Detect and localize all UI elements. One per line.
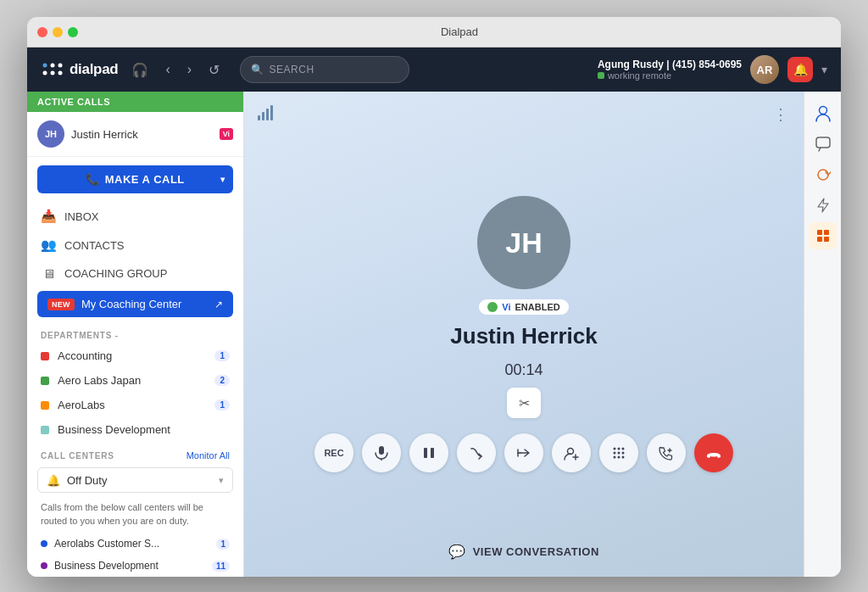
dept-count: 2 bbox=[214, 375, 230, 386]
duty-chevron-icon: ▾ bbox=[219, 475, 224, 486]
svg-point-5 bbox=[58, 71, 63, 75]
mute-button[interactable] bbox=[362, 433, 401, 472]
svg-point-19 bbox=[614, 448, 616, 450]
dept-name: AeroLabs bbox=[58, 399, 206, 411]
svg-point-23 bbox=[618, 452, 620, 455]
logo-text: dialpad bbox=[70, 61, 118, 78]
call-timer: 00:14 bbox=[504, 361, 542, 379]
cc-count: 1 bbox=[216, 539, 230, 550]
svg-point-22 bbox=[614, 452, 616, 455]
dropdown-arrow: ▾ bbox=[220, 175, 225, 184]
mute-control bbox=[362, 433, 401, 472]
end-call-button[interactable] bbox=[694, 433, 733, 472]
search-bar[interactable]: 🔍 SEARCH bbox=[240, 56, 409, 83]
hold-control bbox=[409, 433, 448, 472]
sidebar-item-coaching-center[interactable]: NEW My Coaching Center ↗ bbox=[37, 291, 233, 317]
close-dot[interactable] bbox=[37, 27, 47, 37]
view-conversation-button[interactable]: 💬 VIEW CONVERSATION bbox=[448, 544, 599, 560]
forward-button[interactable] bbox=[504, 433, 543, 472]
svg-rect-34 bbox=[817, 237, 822, 242]
topnav: dialpad 🎧 ‹ › ↺ 🔍 SEARCH Agung Rusdy | (… bbox=[27, 47, 841, 92]
make-call-button[interactable]: 📞 MAKE A CALL ▾ bbox=[37, 165, 233, 193]
monitor-all-link[interactable]: Monitor All bbox=[186, 450, 230, 461]
forward-control bbox=[504, 433, 543, 472]
svg-rect-10 bbox=[379, 446, 384, 455]
sidebar: Active Calls JH Justin Herrick Vi 📞 MAKE… bbox=[27, 92, 244, 577]
add-call-control bbox=[647, 433, 686, 472]
notification-button[interactable]: 🔔 bbox=[787, 57, 813, 82]
app-container: dialpad 🎧 ‹ › ↺ 🔍 SEARCH Agung Rusdy | (… bbox=[27, 47, 841, 577]
more-options-button[interactable]: ⋮ bbox=[773, 105, 790, 124]
vi-label: Vi bbox=[502, 302, 510, 312]
back-button[interactable]: ‹ bbox=[162, 59, 173, 81]
maximize-dot[interactable] bbox=[68, 27, 78, 37]
dept-name: Aero Labs Japan bbox=[58, 374, 206, 387]
sidebar-item-inbox[interactable]: 📥 INBOX bbox=[27, 202, 243, 231]
scissors-button[interactable]: ✂ bbox=[507, 388, 541, 418]
sidebar-item-coaching-group[interactable]: 🖥 COACHING GROUP bbox=[27, 260, 243, 288]
svg-rect-7 bbox=[262, 112, 264, 120]
caller-name: Justin Herrick bbox=[71, 128, 213, 141]
svg-point-27 bbox=[622, 456, 625, 459]
vi-green-dot bbox=[487, 302, 498, 312]
vi-enabled-badge: Vi ENABLED bbox=[479, 299, 568, 315]
rec-button[interactable]: REC bbox=[314, 433, 353, 472]
main-content: Active Calls JH Justin Herrick Vi 📞 MAKE… bbox=[27, 92, 841, 577]
transfer-button[interactable] bbox=[457, 433, 496, 472]
dept-item-aerolabs[interactable]: AeroLabs 1 bbox=[27, 393, 243, 417]
dept-item-accounting[interactable]: Accounting 1 bbox=[27, 343, 243, 368]
inbox-icon: 📥 bbox=[41, 209, 56, 224]
bolt-button[interactable] bbox=[810, 192, 837, 219]
vi-badge: Vi bbox=[220, 128, 233, 140]
refresh-button[interactable]: ↺ bbox=[205, 59, 223, 81]
off-duty-select[interactable]: 🔔 Off Duty ▾ bbox=[37, 467, 233, 493]
message-icon: 💬 bbox=[448, 544, 466, 560]
add-person-button[interactable] bbox=[552, 433, 591, 472]
svg-rect-31 bbox=[816, 137, 830, 148]
dept-color bbox=[41, 352, 49, 360]
dept-item-business-dev[interactable]: Business Development bbox=[27, 417, 243, 442]
minimize-dot[interactable] bbox=[53, 27, 63, 37]
refresh-button-right[interactable] bbox=[810, 161, 837, 188]
add-call-button[interactable] bbox=[647, 433, 686, 472]
dialpad-button[interactable] bbox=[599, 433, 638, 472]
grid-button[interactable] bbox=[810, 222, 837, 249]
caller-big-name: Justin Herrick bbox=[450, 323, 597, 349]
cc-dot bbox=[41, 540, 47, 547]
dept-count: 1 bbox=[214, 399, 230, 410]
cc-dot bbox=[41, 562, 47, 569]
svg-rect-12 bbox=[424, 448, 427, 458]
caller-avatar: JH bbox=[37, 120, 64, 148]
forward-button[interactable]: › bbox=[184, 59, 195, 81]
cc-item-business-dev[interactable]: Business Development 11 bbox=[27, 555, 243, 577]
off-duty-label: Off Duty bbox=[67, 474, 107, 487]
right-sidebar bbox=[804, 92, 841, 577]
chat-button[interactable] bbox=[810, 131, 837, 158]
svg-point-1 bbox=[51, 64, 55, 68]
dept-item-aero-labs-japan[interactable]: Aero Labs Japan 2 bbox=[27, 368, 243, 393]
call-centers-header: CALL CENTERS Monitor All bbox=[27, 442, 243, 464]
sidebar-item-contacts[interactable]: 👥 CONTACTS bbox=[27, 231, 243, 260]
person-button[interactable] bbox=[810, 100, 837, 127]
rec-control: REC bbox=[314, 433, 353, 472]
svg-point-24 bbox=[622, 452, 625, 455]
user-name: Agung Rusdy | (415) 854-0695 bbox=[598, 59, 742, 70]
svg-rect-6 bbox=[258, 115, 260, 120]
external-link-icon: ↗ bbox=[214, 299, 223, 310]
departments-label: DEPARTMENTS - bbox=[27, 321, 243, 343]
phone-icon: 📞 bbox=[86, 173, 100, 186]
active-call-item[interactable]: JH Justin Herrick Vi bbox=[27, 112, 243, 157]
dialpad-control bbox=[599, 433, 638, 472]
titlebar: Dialpad bbox=[27, 17, 841, 47]
cc-item-aerolabs[interactable]: Aerolabs Customer S... 1 bbox=[27, 533, 243, 555]
svg-rect-8 bbox=[266, 109, 269, 120]
svg-rect-13 bbox=[431, 448, 434, 458]
svg-rect-32 bbox=[817, 230, 822, 235]
end-call-control bbox=[694, 433, 733, 472]
hold-button[interactable] bbox=[409, 433, 448, 472]
headset-button[interactable]: 🎧 bbox=[128, 59, 152, 81]
dept-color bbox=[41, 401, 49, 410]
user-menu-chevron[interactable]: ▾ bbox=[821, 63, 827, 76]
dept-color bbox=[41, 377, 49, 385]
app-window: Dialpad dialpad 🎧 ‹ › ↺ 🔍 SE bbox=[27, 17, 841, 577]
